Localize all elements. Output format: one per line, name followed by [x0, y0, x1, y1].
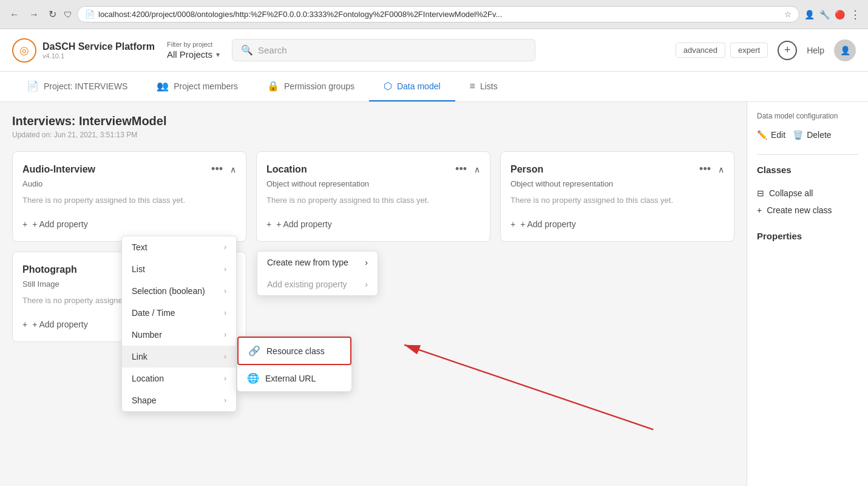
card-menu-person[interactable]: •••: [696, 162, 714, 177]
card-body-audio: There is no property assigned to this cl…: [22, 196, 236, 205]
card-body-person: There is no property assigned to this cl…: [510, 196, 724, 205]
create-new-from-type-label: Create new from type: [267, 258, 348, 267]
filter-select[interactable]: All Projects ▾: [167, 49, 220, 60]
card-title-person: Person: [510, 164, 543, 175]
dropdown-label-selection: Selection (boolean): [132, 286, 205, 296]
lists-tab-icon: ≡: [470, 81, 475, 92]
add-property-icon-person: +: [510, 219, 515, 229]
filter-value: All Projects: [167, 49, 212, 60]
project-tab-icon: 📄: [27, 80, 39, 92]
add-existing-property-label: Add existing property: [267, 279, 347, 289]
reload-button[interactable]: ↻: [46, 6, 59, 22]
add-existing-chevron: ›: [365, 279, 368, 289]
card-menu-location[interactable]: •••: [452, 162, 470, 177]
forward-button[interactable]: →: [27, 7, 41, 22]
dropdown-item-datetime[interactable]: Date / Time ›: [122, 302, 236, 324]
lists-tab-label: Lists: [480, 81, 498, 91]
app-name: DaSCH Service Platform: [42, 41, 155, 52]
url-bar[interactable]: 📄 localhost:4200/project/0008/ontologies…: [77, 6, 799, 22]
search-input[interactable]: Search: [258, 45, 526, 55]
dropdown-item-text[interactable]: Text ›: [122, 236, 236, 258]
sidebar-right: Data model configuration ✏️ Edit 🗑️ Dele…: [747, 102, 868, 486]
classes-title: Classes: [757, 165, 858, 175]
card-controls-audio: ••• ∧: [208, 162, 236, 177]
filter-chevron-icon: ▾: [216, 50, 220, 59]
card-header-person: Person ••• ∧: [510, 162, 724, 177]
logo-symbol: ◎: [19, 44, 29, 57]
help-link[interactable]: Help: [807, 46, 824, 55]
dropdown-item-link[interactable]: Link ›: [122, 346, 236, 368]
dropdown-item-number[interactable]: Number ›: [122, 324, 236, 346]
edit-label: Edit: [771, 130, 785, 140]
dropdown-item-selection[interactable]: Selection (boolean) ›: [122, 280, 236, 302]
browser-chrome: ← → ↻ 🛡 📄 localhost:4200/project/0008/on…: [0, 0, 868, 29]
dropdown-chevron-link: ›: [224, 352, 226, 361]
card-subtitle-location: Object without representation: [266, 179, 480, 188]
tab-permissions[interactable]: 🔒 Permission groups: [253, 72, 369, 101]
create-class-icon: +: [757, 205, 762, 215]
submenu-item-resource[interactable]: 🔗 Resource class: [237, 337, 351, 365]
main-layout: Interviews: InterviewModel Updated on: J…: [0, 102, 868, 486]
add-property-person[interactable]: + + Add property: [510, 217, 576, 231]
dropdown-item-location[interactable]: Location ›: [122, 368, 236, 389]
header-tags: advanced expert: [676, 43, 768, 58]
context-menu: Create new from type › Add existing prop…: [257, 251, 378, 296]
add-icon: +: [784, 44, 791, 56]
card-collapse-audio[interactable]: ∧: [230, 162, 236, 177]
search-bar[interactable]: 🔍 Search: [232, 39, 535, 61]
back-button[interactable]: ←: [7, 7, 22, 22]
members-tab-icon: 👥: [157, 80, 169, 92]
add-existing-property-item[interactable]: Add existing property ›: [257, 273, 378, 295]
tab-project[interactable]: 📄 Project: INTERVIEWS: [12, 72, 142, 101]
bookmark-icon: ☆: [784, 10, 792, 19]
card-collapse-location[interactable]: ∧: [474, 162, 480, 177]
create-new-from-type-item[interactable]: Create new from type ›: [257, 252, 378, 273]
profile-icon: 👤: [804, 10, 815, 19]
browser-menu-button[interactable]: ⋮: [850, 8, 861, 21]
app-version: v4.10.1: [42, 52, 155, 60]
dropdown-chevron-location: ›: [224, 374, 226, 383]
card-title-location: Location: [266, 164, 307, 175]
collapse-icon: ⊟: [757, 188, 764, 198]
tab-lists[interactable]: ≡ Lists: [455, 72, 512, 101]
tab-datamodel[interactable]: ⬡ Data model: [369, 72, 455, 101]
dropdown-chevron-selection: ›: [224, 287, 226, 295]
dropdown-chevron-shape: ›: [224, 396, 226, 405]
page-subtitle: Updated on: Jun 21, 2021, 3:51:13 PM: [12, 131, 734, 139]
app-header: ◎ DaSCH Service Platform v4.10.1 Filter …: [0, 29, 868, 72]
dropdown-item-shape[interactable]: Shape ›: [122, 389, 236, 411]
card-collapse-person[interactable]: ∧: [718, 162, 724, 177]
add-property-location[interactable]: + + Add property: [266, 217, 332, 231]
submenu-label-resource: Resource class: [266, 346, 325, 356]
delete-label: Delete: [807, 130, 831, 140]
avatar[interactable]: 👤: [834, 39, 856, 61]
add-property-photograph[interactable]: + + Add property: [22, 317, 88, 332]
collapse-all-button[interactable]: ⊟ Collapse all: [757, 185, 858, 202]
dropdown-label-location: Location: [132, 374, 164, 383]
add-button[interactable]: +: [778, 41, 797, 60]
card-menu-audio[interactable]: •••: [208, 162, 226, 177]
card-person: Person ••• ∧ Object without representati…: [500, 151, 734, 242]
avatar-icon: 👤: [840, 46, 850, 55]
dropdown-item-list[interactable]: List ›: [122, 258, 236, 280]
search-icon: 🔍: [241, 44, 253, 56]
tab-members[interactable]: 👥 Project members: [142, 72, 253, 101]
external-url-icon: 🌐: [247, 372, 259, 384]
edit-button[interactable]: ✏️ Edit: [757, 128, 785, 142]
add-property-audio[interactable]: + + Add property: [22, 217, 88, 231]
card-title-audio: Audio-Interview: [22, 164, 95, 175]
create-class-button[interactable]: + Create new class: [757, 202, 858, 219]
extension-icon: 🔧: [819, 10, 830, 19]
browser-actions: 👤 🔧 🔴 ⋮: [804, 8, 861, 21]
nav-tabs: 📄 Project: INTERVIEWS 👥 Project members …: [0, 72, 868, 102]
advanced-tag[interactable]: advanced: [676, 43, 725, 58]
delete-button[interactable]: 🗑️ Delete: [793, 128, 831, 142]
add-property-label-location: + Add property: [276, 219, 331, 229]
create-new-chevron: ›: [365, 258, 368, 267]
permissions-tab-label: Permission groups: [284, 81, 354, 91]
dropdown-chevron-list: ›: [224, 265, 226, 273]
cards-grid: Audio-Interview ••• ∧ Audio There is no …: [12, 151, 734, 342]
submenu-item-external[interactable]: 🌐 External URL: [237, 365, 351, 391]
expert-tag[interactable]: expert: [730, 43, 768, 58]
card-subtitle-person: Object without representation: [510, 179, 724, 188]
